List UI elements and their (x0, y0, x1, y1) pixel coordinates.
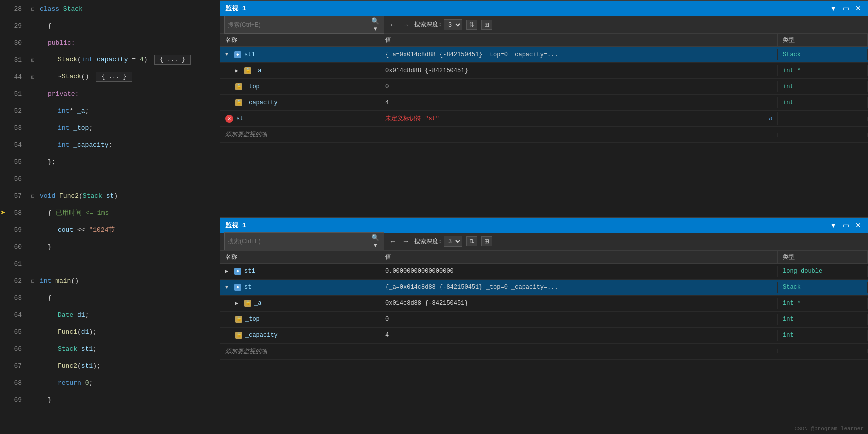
watch-row-a-1[interactable]: ▶ 🔒 _a 0x014c8d88 {-842150451} int * (220, 63, 868, 79)
line-content-69: } (38, 396, 220, 404)
watch-panel-2-depth-select[interactable]: 3 1 2 4 5 (444, 236, 462, 247)
watch-panel-2-search-btn[interactable]: 🔍▾ (370, 234, 381, 249)
expand-st1-arrow[interactable]: ▼ (225, 52, 231, 57)
code-line-58: ➤ 58 { 已用时间 <= 1ms (0, 204, 220, 221)
watch-panel-1-search-input[interactable] (228, 21, 370, 28)
line-content-54: int _capacity; (38, 141, 220, 149)
line-num-30: 30 (0, 39, 28, 47)
code-line-30: 30 public: (0, 34, 220, 51)
watch-cell-type-cap-2: int (778, 330, 868, 341)
watch-panel-1-back-btn[interactable]: ← (388, 21, 397, 29)
watch-panel-2-filter-btn[interactable]: ⇅ (466, 236, 477, 246)
watch-row-a-2[interactable]: ▶ 🔒 _a 0x014c8d88 {-842150451} int * (220, 296, 868, 312)
refresh-icon-st-1[interactable]: ↺ (769, 115, 772, 122)
watch-panel-1-table-header: 名称 值 类型 (220, 34, 868, 47)
watch-panel-1-header: 监视 1 ▼ ▭ ✕ (220, 1, 868, 16)
watch-row-st1-2[interactable]: ▶ ◆ st1 0.00000000000000000 long double (220, 264, 868, 280)
expand-st-2-arrow[interactable]: ▼ (225, 285, 231, 290)
type-text-st1-2: long double (783, 268, 822, 275)
watch-cell-type-st1: Stack (778, 49, 868, 60)
val-text-top-1: 0 (385, 83, 389, 90)
watch-panel-1-depth-select[interactable]: 3 1 2 4 5 (444, 19, 462, 30)
watch-panel-2-search-box[interactable]: 🔍▾ (224, 232, 384, 250)
watch-panel-1-restore[interactable]: ▭ (841, 4, 851, 12)
code-line-56: 56 (0, 170, 220, 187)
line-num-55: 55 (0, 158, 28, 166)
watch-add-row-2[interactable]: 添加要监视的项 (220, 344, 868, 360)
line-content-52: int* _a; (38, 107, 220, 115)
line-num-68: 68 (0, 379, 28, 387)
watch-panel-2-header: 监视 1 ▼ ▭ ✕ (220, 218, 868, 233)
line-gutter-31[interactable]: ⊞ (28, 57, 38, 63)
type-text-cap-1: int (783, 99, 794, 106)
watch-cell-type-st-1 (778, 117, 868, 121)
watch-panel-1-search-btn[interactable]: 🔍▾ (370, 17, 381, 32)
expand-a-2-arrow[interactable]: ▶ (235, 300, 241, 306)
line-content-53: int _top; (38, 124, 220, 132)
watch-row-cap-1[interactable]: 🔒 _capacity 4 int (220, 95, 868, 111)
line-content-55: }; (38, 158, 220, 166)
expand-a-1-arrow[interactable]: ▶ (235, 68, 241, 74)
watch-panel-2-table-btn[interactable]: ⊞ (481, 236, 492, 246)
val-text-a-2: 0x014c8d88 {-842150451} (385, 300, 468, 307)
line-content-29: { (38, 22, 220, 30)
watch-cell-value-a-1: 0x014c8d88 {-842150451} (380, 65, 778, 76)
add-text-1: 添加要监视的项 (225, 130, 267, 139)
watch-panel-2-forward-btn[interactable]: → (401, 237, 410, 245)
line-num-60: 60 (0, 243, 28, 251)
watch-panel-1-table-btn[interactable]: ⊞ (481, 20, 492, 30)
var-icon-st1: ◆ (234, 51, 241, 58)
var-icon-cap-2: 🔒 (235, 332, 242, 339)
watch-add-type-1 (778, 133, 868, 137)
watch-panel-2-search-input[interactable] (228, 238, 370, 245)
watch-panel-2: 监视 1 ▼ ▭ ✕ 🔍▾ ← → 搜索深度: 3 1 2 4 5 (220, 217, 868, 435)
code-line-60: 60 } (0, 238, 220, 255)
watch-row-top-1[interactable]: 🔒 _top 0 int (220, 79, 868, 95)
watch-panel-1-search-box[interactable]: 🔍▾ (224, 16, 384, 34)
watch-panel-2-back-btn[interactable]: ← (388, 237, 397, 245)
var-name-top-2: _top (245, 316, 260, 323)
code-line-55: 55 }; (0, 153, 220, 170)
collapse-57: ⊟ (31, 193, 35, 199)
watch-row-st-2[interactable]: ▼ ◆ st {_a=0x014c8d88 {-842150451} _top=… (220, 280, 868, 296)
code-line-67: 67 Func2(st1); (0, 357, 220, 374)
line-gutter-28[interactable]: ⊟ (28, 6, 38, 12)
watch-cell-value-st1: {_a=0x014c8d88 {-842150451} _top=0 _capa… (380, 49, 778, 60)
var-icon-st1-2: ◆ (234, 268, 241, 275)
var-icon-cap-1: 🔒 (235, 99, 242, 106)
watch-panel-2-dropdown[interactable]: ▼ (828, 221, 838, 229)
val-text-a-1: 0x014c8d88 {-842150451} (385, 67, 468, 74)
watch-panel-2-close[interactable]: ✕ (854, 221, 863, 229)
watch-col-value-1: 值 (380, 34, 778, 46)
line-content-30: public: (38, 39, 220, 47)
type-text-st1: Stack (783, 51, 801, 58)
watch-panel-1-forward-btn[interactable]: → (401, 21, 410, 29)
code-line-63: 63 { (0, 289, 220, 306)
watch-row-cap-2[interactable]: 🔒 _capacity 4 int (220, 328, 868, 344)
watch-panel-1-dropdown[interactable]: ▼ (828, 4, 838, 12)
watch-cell-name-st-1: ✕ st (220, 113, 380, 125)
line-num-56: 56 (0, 175, 28, 183)
watch-row-top-2[interactable]: 🔒 _top 0 int (220, 312, 868, 328)
watch-add-row-1[interactable]: 添加要监视的项 (220, 127, 868, 143)
watch-panel-2-restore[interactable]: ▭ (841, 221, 851, 229)
watch-cell-type-cap-1: int (778, 97, 868, 108)
var-name-top-1: _top (245, 83, 260, 90)
collapse-31: ⊞ (31, 57, 35, 63)
watch-row-st1[interactable]: ▼ ◆ st1 {_a=0x014c8d88 {-842150451} _top… (220, 47, 868, 63)
watch-panel-1-close[interactable]: ✕ (854, 4, 863, 12)
line-content-28: class Stack (38, 5, 220, 13)
line-gutter-62[interactable]: ⊟ (28, 278, 38, 284)
watch-cell-type-a-1: int * (778, 65, 868, 76)
code-line-66: 66 Stack st1; (0, 340, 220, 357)
collapse-62: ⊟ (31, 278, 35, 284)
line-gutter-57[interactable]: ⊟ (28, 193, 38, 199)
watch-panel-2-depth-control: 搜索深度: 3 1 2 4 5 (414, 236, 462, 247)
watch-row-st-1[interactable]: ✕ st 未定义标识符 "st" ↺ (220, 111, 868, 127)
expand-st1-2-arrow[interactable]: ▶ (225, 268, 231, 274)
watch-cell-value-st-1: 未定义标识符 "st" ↺ (380, 112, 778, 125)
line-content-68: return 0; (38, 379, 220, 387)
line-gutter-44[interactable]: ⊞ (28, 74, 38, 80)
watch-panel-1-filter-btn[interactable]: ⇅ (466, 20, 477, 30)
code-line-44: 44 ⊞ ~Stack() { ... } (0, 68, 220, 85)
